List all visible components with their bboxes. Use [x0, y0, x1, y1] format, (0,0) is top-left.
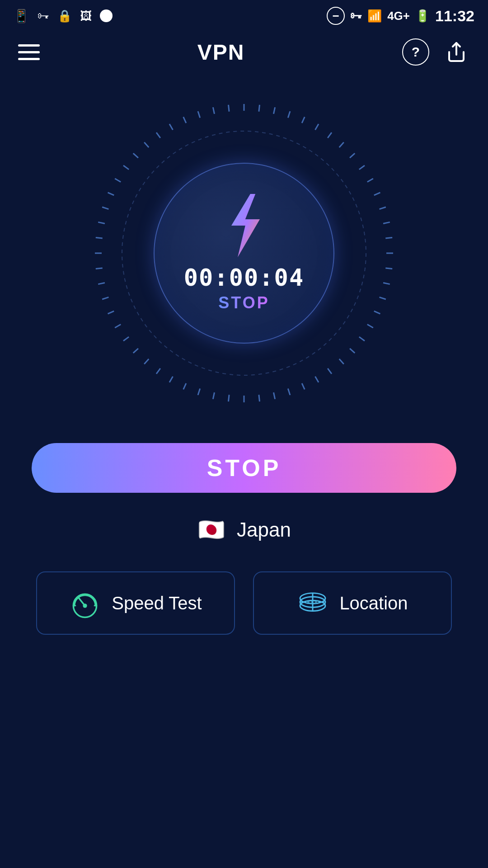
image-icon: 🖼 [80, 9, 92, 23]
ring-container[interactable]: 00:00:04 STOP [90, 99, 398, 407]
country-name: Japan [237, 519, 291, 541]
svg-marker-62 [231, 194, 260, 257]
signal-bars: 📶 [367, 9, 382, 23]
page-title: VPN [197, 40, 245, 65]
svg-line-21 [367, 325, 373, 328]
svg-line-35 [183, 383, 186, 390]
status-bar-left: 📱 🗝 🔒 🖼 [14, 9, 113, 24]
key2-icon: 🗝 [350, 9, 362, 23]
share-button[interactable] [443, 38, 470, 66]
svg-line-14 [383, 222, 390, 223]
svg-line-44 [98, 283, 105, 284]
svg-line-45 [96, 268, 103, 269]
lock-icon: 🔒 [57, 9, 72, 23]
svg-line-26 [315, 377, 319, 382]
svg-line-20 [374, 311, 380, 314]
svg-line-27 [302, 383, 305, 390]
country-indicator: 🇯🇵 Japan [197, 515, 291, 544]
svg-line-5 [302, 117, 305, 123]
svg-line-60 [229, 105, 230, 112]
svg-line-51 [115, 179, 121, 182]
svg-line-36 [169, 377, 173, 382]
svg-line-2 [259, 105, 260, 112]
svg-line-43 [102, 297, 108, 299]
svg-line-50 [108, 193, 114, 195]
svg-line-47 [96, 238, 103, 239]
svg-line-23 [350, 349, 355, 353]
svg-line-59 [213, 107, 214, 114]
speed-test-label: Speed Test [112, 593, 202, 613]
svg-line-49 [102, 207, 108, 209]
svg-line-42 [108, 311, 114, 314]
svg-line-39 [133, 349, 138, 353]
location-label: Location [339, 593, 408, 613]
speed-test-button[interactable]: Speed Test [36, 571, 235, 635]
lightning-icon [217, 194, 271, 257]
svg-line-56 [169, 124, 173, 130]
svg-line-28 [288, 389, 290, 395]
svg-line-53 [133, 153, 138, 158]
bottom-buttons: Speed Test Location [36, 571, 452, 635]
stop-button[interactable]: STOP [32, 443, 456, 493]
svg-line-58 [198, 111, 200, 118]
svg-line-7 [328, 132, 332, 138]
svg-line-4 [288, 111, 290, 118]
svg-line-29 [273, 392, 275, 399]
svg-line-3 [273, 107, 275, 114]
svg-line-54 [144, 142, 149, 147]
svg-line-32 [229, 395, 230, 401]
svg-line-17 [385, 268, 392, 269]
svg-line-24 [339, 359, 344, 364]
svg-line-40 [123, 337, 129, 341]
svg-line-10 [359, 165, 365, 170]
svg-line-11 [367, 179, 373, 182]
svg-line-41 [115, 325, 121, 328]
svg-line-55 [156, 132, 160, 138]
svg-line-8 [339, 142, 344, 147]
svg-line-15 [385, 238, 392, 239]
svg-line-6 [315, 124, 319, 130]
help-icon: ? [412, 44, 420, 60]
svg-line-22 [359, 337, 365, 341]
location-button[interactable]: Location [253, 571, 452, 635]
minus-icon: − [327, 7, 345, 25]
svg-line-18 [383, 283, 390, 284]
svg-point-65 [83, 604, 87, 608]
status-bar: 📱 🗝 🔒 🖼 − 🗝 📶 4G+ 🔋 11:32 [0, 0, 488, 32]
share-icon [446, 41, 467, 63]
country-flag: 🇯🇵 [197, 515, 226, 544]
vpn-connect-button[interactable]: 00:00:04 STOP [154, 163, 334, 344]
main-content: 00:00:04 STOP STOP 🇯🇵 Japan Speed Test [0, 72, 488, 635]
svg-line-48 [98, 222, 105, 223]
record-icon [100, 9, 113, 22]
svg-line-34 [198, 389, 200, 395]
phone-icon: 📱 [14, 9, 29, 24]
hamburger-menu[interactable] [18, 44, 40, 60]
header-icons: ? [402, 38, 470, 66]
signal-label: 4G+ [387, 9, 410, 23]
svg-line-33 [213, 392, 214, 399]
svg-line-30 [259, 395, 260, 401]
svg-line-52 [123, 165, 129, 170]
battery-icon: 🔋 [415, 9, 430, 23]
connection-timer: 00:00:04 [184, 264, 304, 291]
svg-line-12 [374, 193, 380, 195]
svg-line-38 [144, 359, 149, 364]
svg-line-13 [380, 207, 386, 209]
key-icon: 🗝 [38, 9, 49, 23]
header: VPN ? [0, 32, 488, 72]
svg-line-9 [350, 153, 355, 158]
location-icon [297, 587, 328, 619]
svg-line-19 [380, 297, 386, 299]
clock: 11:32 [435, 7, 474, 25]
status-bar-right: − 🗝 📶 4G+ 🔋 11:32 [327, 7, 474, 25]
svg-line-37 [156, 368, 160, 374]
help-button[interactable]: ? [402, 38, 429, 66]
stop-label-in-circle: STOP [218, 293, 269, 312]
svg-line-57 [183, 117, 186, 123]
svg-line-25 [328, 368, 332, 374]
speedometer-icon [69, 587, 101, 619]
